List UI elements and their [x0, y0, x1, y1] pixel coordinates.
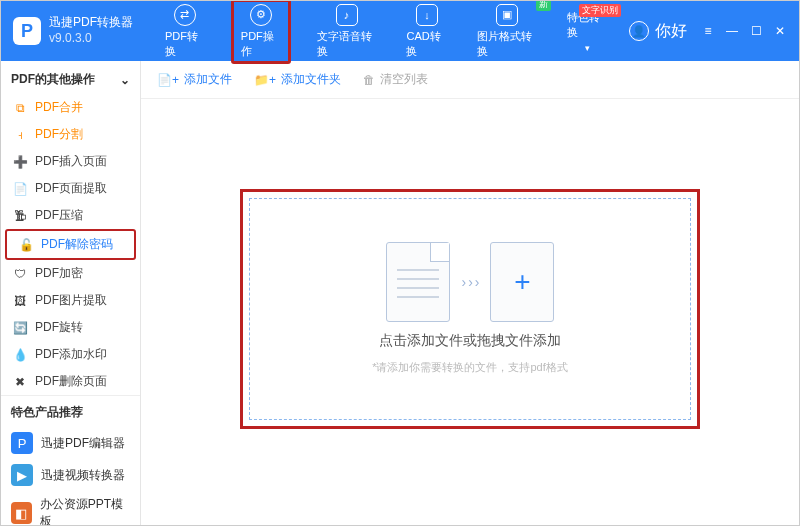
dropzone-sub: *请添加你需要转换的文件，支持pdf格式 [372, 360, 568, 375]
audio-icon: ♪ [336, 4, 358, 26]
sidebar-item-10[interactable]: ✖PDF删除页面 [1, 368, 140, 395]
sidebar-item-4[interactable]: 🗜PDF压缩 [1, 202, 140, 229]
rec-icon: ▶ [11, 464, 33, 486]
rec-icon: ◧ [11, 502, 32, 524]
item-icon: 🛡 [13, 267, 27, 281]
sidebar-item-9[interactable]: 💧PDF添加水印 [1, 341, 140, 368]
item-icon: ✖ [13, 375, 27, 389]
add-folder-button[interactable]: 📁+添加文件夹 [254, 71, 341, 88]
cad-icon: ↓ [416, 4, 438, 26]
item-icon: ⫞ [13, 128, 27, 142]
item-icon: 💧 [13, 348, 27, 362]
nav-pdf-convert[interactable]: ⇄PDF转换 [161, 2, 209, 61]
new-badge: 新 [536, 0, 551, 11]
nav-tts[interactable]: ♪文字语音转换 [313, 2, 381, 61]
main-panel: 📄+添加文件 📁+添加文件夹 🗑清空列表 › › › + 点击添加文件或拖拽文件… [141, 61, 799, 526]
user-area[interactable]: 👤 你好 [629, 21, 687, 42]
item-icon: ➕ [13, 155, 27, 169]
operate-icon: ⚙ [250, 4, 272, 26]
chevron-down-icon: ▾ [585, 43, 590, 53]
ocr-badge: 文字识别 [579, 4, 621, 17]
minimize-button[interactable]: — [725, 24, 739, 38]
menu-icon[interactable]: ≡ [701, 24, 715, 38]
sidebar-item-0[interactable]: ⧉PDF合并 [1, 94, 140, 121]
sidebar-item-2[interactable]: ➕PDF插入页面 [1, 148, 140, 175]
sidebar-section-title[interactable]: PDF的其他操作⌄ [1, 61, 140, 94]
clear-list-button[interactable]: 🗑清空列表 [363, 71, 428, 88]
item-icon: 🔄 [13, 321, 27, 335]
item-icon: 📄 [13, 182, 27, 196]
image-icon: ▣ [496, 4, 518, 26]
app-header: P 迅捷PDF转换器 v9.0.3.0 ⇄PDF转换 ⚙PDF操作 ♪文字语音转… [1, 1, 799, 61]
file-icon [386, 242, 450, 322]
app-name: 迅捷PDF转换器 [49, 15, 133, 31]
logo-icon: P [13, 17, 41, 45]
nav-special[interactable]: 特色转换▾文字识别 [563, 8, 611, 55]
user-icon: 👤 [629, 21, 649, 41]
chevron-down-icon: ⌄ [120, 73, 130, 87]
dropzone[interactable]: › › › + 点击添加文件或拖拽文件添加 *请添加你需要转换的文件，支持pdf… [240, 189, 700, 429]
sidebar-item-1[interactable]: ⫞PDF分割 [1, 121, 140, 148]
sidebar-item-5[interactable]: 🔓PDF解除密码 [5, 229, 136, 260]
nav-image[interactable]: ▣图片格式转换新 [473, 2, 541, 61]
sidebar-item-3[interactable]: 📄PDF页面提取 [1, 175, 140, 202]
rec-item-0[interactable]: P迅捷PDF编辑器 [11, 427, 130, 459]
rec-icon: P [11, 432, 33, 454]
nav-pdf-operate[interactable]: ⚙PDF操作 [231, 0, 291, 64]
top-nav: ⇄PDF转换 ⚙PDF操作 ♪文字语音转换 ↓CAD转换 ▣图片格式转换新 特色… [161, 0, 611, 64]
app-version: v9.0.3.0 [49, 31, 133, 47]
sidebar-item-7[interactable]: 🖼PDF图片提取 [1, 287, 140, 314]
sidebar-item-8[interactable]: 🔄PDF旋转 [1, 314, 140, 341]
item-icon: 🖼 [13, 294, 27, 308]
rec-item-2[interactable]: ◧办公资源PPT模板 [11, 491, 130, 526]
trash-icon: 🗑 [363, 73, 375, 87]
file-plus-icon: 📄+ [157, 73, 179, 87]
convert-icon: ⇄ [174, 4, 196, 26]
dropzone-title: 点击添加文件或拖拽文件添加 [379, 332, 561, 350]
window-controls: ≡ — ☐ ✕ [701, 24, 787, 38]
maximize-button[interactable]: ☐ [749, 24, 763, 38]
rec-title: 特色产品推荐 [11, 404, 130, 427]
plus-icon: + [490, 242, 554, 322]
item-icon: 🔓 [19, 238, 33, 252]
item-icon: ⧉ [13, 101, 27, 115]
arrows-icon: › › › [462, 274, 479, 290]
sidebar-item-6[interactable]: 🛡PDF加密 [1, 260, 140, 287]
nav-cad[interactable]: ↓CAD转换 [402, 2, 451, 61]
close-button[interactable]: ✕ [773, 24, 787, 38]
sidebar: PDF的其他操作⌄ ⧉PDF合并⫞PDF分割➕PDF插入页面📄PDF页面提取🗜P… [1, 61, 141, 526]
item-icon: 🗜 [13, 209, 27, 223]
folder-plus-icon: 📁+ [254, 73, 276, 87]
add-file-button[interactable]: 📄+添加文件 [157, 71, 232, 88]
logo: P 迅捷PDF转换器 v9.0.3.0 [13, 15, 133, 46]
rec-item-1[interactable]: ▶迅捷视频转换器 [11, 459, 130, 491]
